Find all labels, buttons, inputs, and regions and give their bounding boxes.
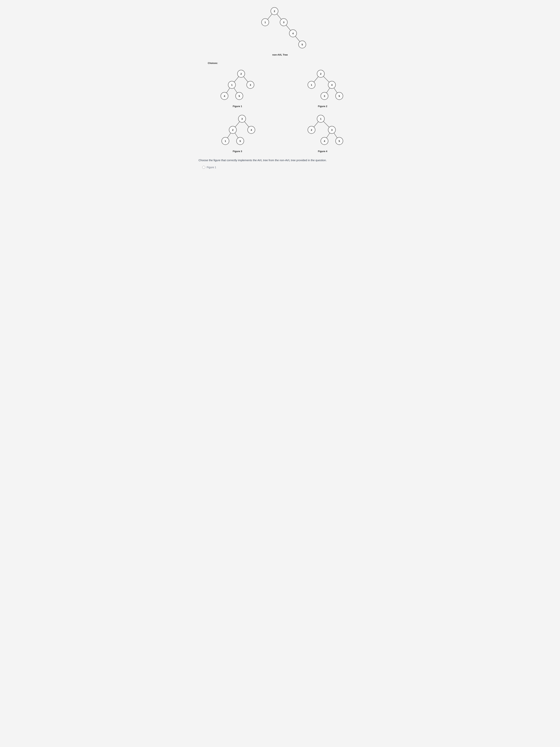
tree-node-label: 3 <box>283 21 284 24</box>
svg-line-15 <box>235 133 238 138</box>
tree-node-label: 3 <box>331 129 332 131</box>
choices-grid: 21345 Figure 1 21435 Figure 2 32415 Figu… <box>201 68 359 153</box>
question-text: Choose the figure that correctly impleme… <box>197 158 363 162</box>
tree-node-label: 3 <box>250 83 251 86</box>
tree-node-label: 4 <box>224 95 225 98</box>
svg-line-3 <box>295 36 300 42</box>
tree-node-label: 3 <box>324 95 325 98</box>
tree-node-label: 1 <box>320 118 321 120</box>
figure-3-svg: 32415 <box>212 113 262 148</box>
non-avl-tree-caption: non-AVL Tree <box>197 53 363 56</box>
question-page: 21345 non-AVL Tree Choices: 21345 Figure… <box>197 5 363 169</box>
tree-node-label: 2 <box>311 129 312 131</box>
tree-node-label: 1 <box>224 140 226 143</box>
tree-node-label: 5 <box>239 140 241 143</box>
svg-line-10 <box>326 88 330 93</box>
tree-node-label: 5 <box>239 95 240 98</box>
tree-node-label: 2 <box>320 73 321 75</box>
svg-line-4 <box>234 77 239 82</box>
radio-icon[interactable] <box>202 166 205 169</box>
tree-node-label: 4 <box>331 83 332 86</box>
svg-line-1 <box>277 14 281 19</box>
svg-line-14 <box>228 133 231 138</box>
choice-figure-1: 21345 Figure 1 <box>201 68 274 108</box>
svg-line-19 <box>334 133 337 138</box>
svg-line-17 <box>323 121 329 127</box>
tree-node-label: 5 <box>339 95 340 98</box>
choices-label: Choices: <box>208 62 363 65</box>
tree-node-label: 1 <box>231 83 233 86</box>
tree-node-label: 4 <box>250 129 252 131</box>
tree-node-label: 2 <box>232 129 233 131</box>
choice-figure-3: 32415 Figure 3 <box>201 113 274 153</box>
tree-node-label: 1 <box>311 83 312 86</box>
figure-1-svg: 21345 <box>213 68 262 103</box>
choice-figure-2: 21435 Figure 2 <box>286 68 359 108</box>
answer-option-1[interactable]: Figure 1 <box>197 166 363 169</box>
svg-line-0 <box>268 14 272 19</box>
svg-line-9 <box>323 76 329 82</box>
non-avl-tree-svg: 21345 <box>247 5 313 52</box>
tree-node-label: 5 <box>301 43 303 46</box>
tree-node-label: 2 <box>240 73 242 75</box>
figure-4-caption: Figure 4 <box>318 150 327 153</box>
svg-line-18 <box>326 133 330 138</box>
tree-node-label: 4 <box>292 32 294 35</box>
svg-line-11 <box>334 88 337 93</box>
tree-node-label: 4 <box>324 140 325 143</box>
non-avl-tree-container: 21345 non-AVL Tree <box>197 5 363 56</box>
figure-1-caption: Figure 1 <box>233 105 242 108</box>
svg-line-13 <box>244 122 249 127</box>
tree-node-label: 5 <box>339 140 340 143</box>
figure-2-svg: 21435 <box>297 68 348 103</box>
svg-line-7 <box>234 88 237 93</box>
tree-node-label: 2 <box>274 10 275 12</box>
svg-line-8 <box>314 77 318 82</box>
tree-node-label: 1 <box>264 21 266 24</box>
choice-figure-4: 12345 Figure 4 <box>286 113 359 153</box>
answer-option-1-label: Figure 1 <box>207 166 216 169</box>
figure-3-caption: Figure 3 <box>233 150 242 153</box>
svg-line-6 <box>226 88 230 93</box>
svg-line-2 <box>286 25 291 30</box>
figure-4-svg: 12345 <box>297 113 348 148</box>
svg-line-12 <box>235 122 240 127</box>
svg-line-5 <box>243 77 248 82</box>
figure-2-caption: Figure 2 <box>318 105 327 108</box>
svg-line-16 <box>314 122 318 127</box>
tree-node-label: 3 <box>241 118 243 120</box>
